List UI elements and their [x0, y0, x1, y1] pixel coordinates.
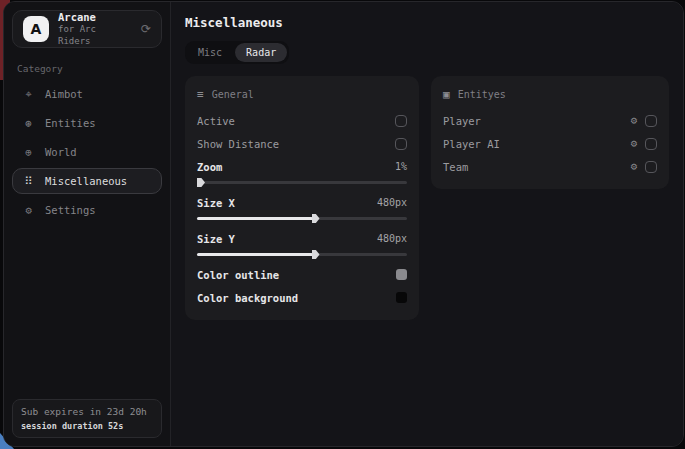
color-background-label: Color background — [197, 292, 298, 304]
reload-icon[interactable]: ⟳ — [141, 22, 151, 36]
player-row: Player ⚙ — [443, 109, 657, 132]
active-label: Active — [197, 115, 235, 127]
brand-logo: A — [23, 16, 49, 42]
sliders-icon: ≡ — [197, 88, 204, 101]
zoom-value: 1% — [395, 161, 407, 172]
entities-icon: ⊛ — [22, 117, 35, 130]
color-background-swatch[interactable] — [396, 292, 407, 303]
category-label: Category — [17, 63, 157, 74]
subscription-info: Sub expires in 23d 20h session duration … — [12, 399, 162, 438]
color-background-row: Color background — [197, 286, 407, 309]
active-row: Active — [197, 109, 407, 132]
brand-text: Arcane for Arc Riders — [58, 11, 132, 47]
player-settings-icon[interactable]: ⚙ — [630, 114, 637, 127]
size-x-slider[interactable] — [197, 217, 407, 220]
zoom-row: Zoom 1% — [197, 155, 407, 178]
show-distance-label: Show Distance — [197, 138, 279, 150]
player-ai-row: Player AI ⚙ — [443, 132, 657, 155]
team-label: Team — [443, 161, 468, 173]
entities-panel-title: Entityes — [458, 89, 506, 100]
size-y-row: Size Y 480px — [197, 227, 407, 250]
color-outline-row: Color outline — [197, 263, 407, 286]
player-ai-label: Player AI — [443, 138, 500, 150]
app-window: A Arcane for Arc Riders ⟳ Category ⌖ Aim… — [3, 1, 684, 447]
size-y-slider-thumb[interactable] — [312, 250, 320, 259]
globe-icon: ⊕ — [22, 146, 35, 159]
monitor-icon: ▣ — [443, 88, 450, 101]
entities-panel: ▣ Entityes Player ⚙ Player AI ⚙ — [431, 76, 669, 189]
grid-icon: ⠿ — [22, 175, 35, 188]
size-y-slider[interactable] — [197, 253, 407, 256]
player-ai-checkbox[interactable] — [645, 138, 657, 150]
sidebar-item-label: Settings — [45, 204, 96, 216]
zoom-label: Zoom — [197, 161, 222, 173]
sidebar-item-label: Miscellaneous — [45, 175, 127, 187]
size-x-value: 480px — [377, 197, 407, 208]
team-row: Team ⚙ — [443, 155, 657, 178]
sidebar: A Arcane for Arc Riders ⟳ Category ⌖ Aim… — [4, 2, 171, 446]
size-y-label: Size Y — [197, 233, 235, 245]
sidebar-item-label: Aimbot — [45, 88, 83, 100]
tab-bar: Misc Radar — [185, 41, 289, 64]
zoom-slider-thumb[interactable] — [197, 178, 205, 187]
brand-name: Arcane — [58, 11, 132, 24]
player-checkbox[interactable] — [645, 115, 657, 127]
size-y-value: 480px — [377, 233, 407, 244]
color-outline-label: Color outline — [197, 269, 279, 281]
player-label: Player — [443, 115, 481, 127]
entities-panel-header: ▣ Entityes — [443, 88, 657, 101]
team-checkbox[interactable] — [645, 161, 657, 173]
team-settings-icon[interactable]: ⚙ — [630, 160, 637, 173]
main-content: Miscellaneous Misc Radar ≡ General Activ… — [171, 2, 683, 446]
size-x-slider-thumb[interactable] — [312, 214, 320, 223]
zoom-slider[interactable] — [197, 181, 407, 184]
sub-expiry-text: Sub expires in 23d 20h — [21, 406, 153, 417]
panels-row: ≡ General Active Show Distance Zoom 1% — [185, 76, 669, 320]
screen: A Arcane for Arc Riders ⟳ Category ⌖ Aim… — [0, 0, 685, 449]
sidebar-item-aimbot[interactable]: ⌖ Aimbot — [12, 81, 162, 107]
size-x-label: Size X — [197, 197, 235, 209]
size-x-row: Size X 480px — [197, 191, 407, 214]
sidebar-item-miscellaneous[interactable]: ⠿ Miscellaneous — [12, 168, 162, 194]
general-panel: ≡ General Active Show Distance Zoom 1% — [185, 76, 419, 320]
sidebar-item-entities[interactable]: ⊛ Entities — [12, 110, 162, 136]
gear-icon: ⚙ — [22, 204, 35, 217]
brand-card[interactable]: A Arcane for Arc Riders ⟳ — [12, 10, 162, 48]
show-distance-checkbox[interactable] — [395, 138, 407, 150]
general-panel-title: General — [212, 89, 254, 100]
session-duration-text: session duration 52s — [21, 421, 153, 431]
show-distance-row: Show Distance — [197, 132, 407, 155]
sidebar-item-label: Entities — [45, 117, 96, 129]
sidebar-item-settings[interactable]: ⚙ Settings — [12, 197, 162, 223]
active-checkbox[interactable] — [395, 115, 407, 127]
player-ai-settings-icon[interactable]: ⚙ — [630, 137, 637, 150]
brand-subtitle: for Arc Riders — [58, 24, 132, 47]
tab-misc[interactable]: Misc — [187, 43, 233, 62]
color-outline-swatch[interactable] — [396, 269, 407, 280]
tab-radar[interactable]: Radar — [235, 43, 287, 62]
general-panel-header: ≡ General — [197, 88, 407, 101]
sidebar-item-world[interactable]: ⊕ World — [12, 139, 162, 165]
sidebar-item-label: World — [45, 146, 77, 158]
crosshair-icon: ⌖ — [22, 88, 35, 101]
page-title: Miscellaneous — [185, 15, 669, 30]
